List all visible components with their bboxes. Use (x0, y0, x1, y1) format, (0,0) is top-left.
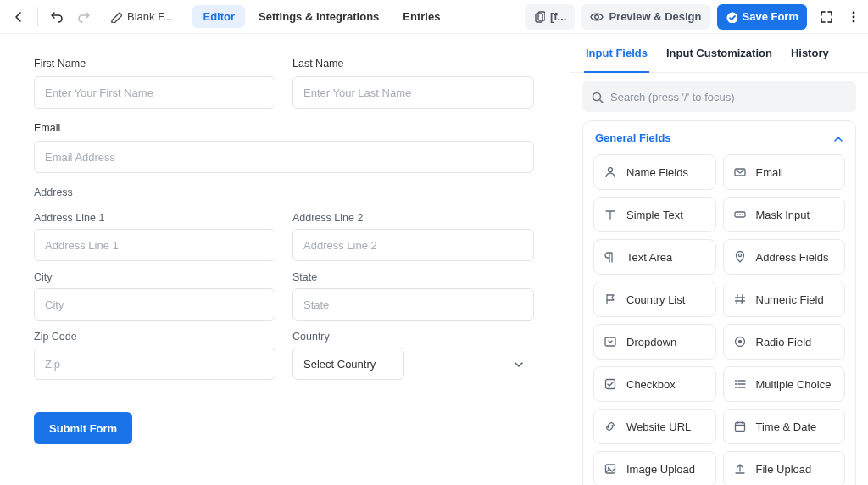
save-button[interactable]: Save Form (717, 4, 807, 30)
field-search-input[interactable] (610, 91, 848, 103)
expand-icon (820, 10, 833, 24)
field-tile-label: Mask Input (756, 209, 810, 221)
mask-icon (732, 208, 748, 221)
field-tile-image-upload[interactable]: Image Upload (593, 451, 716, 485)
form-canvas[interactable]: First Name Last Name Email Address Addre… (0, 34, 570, 485)
field-tile-label: Numeric Field (756, 293, 824, 306)
radio-icon (732, 335, 748, 348)
country-select[interactable]: Select Country (292, 348, 404, 380)
upload-icon (732, 462, 748, 476)
list-icon (732, 377, 748, 391)
field-tile-label: Dropdown (626, 336, 676, 348)
state-label: State (292, 271, 534, 283)
link-icon (603, 420, 618, 433)
redo-button[interactable] (72, 5, 96, 29)
zip-label: Zip Code (34, 331, 275, 343)
city-label: City (34, 271, 275, 283)
field-tile-simple-text[interactable]: Simple Text (593, 197, 716, 232)
field-search[interactable] (582, 81, 856, 112)
text-icon (603, 208, 618, 221)
mail-icon (732, 165, 748, 179)
field-tile-label: Multiple Choice (756, 378, 832, 391)
form-name-text: Blank F... (127, 10, 172, 23)
more-menu-button[interactable] (846, 4, 861, 30)
first-name-input[interactable] (34, 76, 275, 109)
field-tile-label: Checkbox (626, 378, 676, 391)
address-line2-label: Address Line 2 (292, 212, 534, 224)
field-tile-website-url[interactable]: Website URL (593, 409, 716, 444)
nav-settings[interactable]: Settings & Integrations (248, 5, 389, 28)
field-tile-address-fields[interactable]: Address Fields (723, 239, 846, 275)
preview-label: Preview & Design (609, 10, 701, 23)
divider (103, 7, 103, 27)
field-tile-label: Name Fields (626, 166, 688, 179)
field-tile-name-fields[interactable]: Name Fields (593, 154, 716, 190)
zip-input[interactable] (34, 348, 275, 380)
group-general-header[interactable]: General Fields (583, 121, 855, 154)
field-tile-label: Email (756, 166, 784, 179)
address-line2-input[interactable] (292, 229, 534, 261)
field-tile-label: Time & Date (756, 421, 817, 433)
pin-icon (732, 250, 748, 264)
chevron-down-icon (512, 358, 524, 370)
field-tile-time-date[interactable]: Time & Date (723, 409, 846, 444)
copy-shortcode-label: [f... (550, 10, 567, 23)
user-icon (603, 165, 618, 179)
field-tile-label: Address Fields (756, 251, 829, 264)
field-tile-text-area[interactable]: Text Area (593, 239, 716, 275)
last-name-label: Last Name (292, 58, 534, 70)
last-name-input[interactable] (292, 76, 534, 109)
preview-button[interactable]: Preview & Design (581, 4, 709, 30)
eye-icon (590, 10, 604, 24)
search-icon (591, 91, 604, 103)
chevron-up-icon (832, 132, 843, 144)
field-tile-label: File Upload (756, 463, 812, 476)
group-general-title: General Fields (595, 131, 671, 144)
panel-tab-input-fields[interactable]: Input Fields (584, 34, 649, 72)
field-tile-label: Simple Text (626, 209, 683, 221)
field-tile-dropdown[interactable]: Dropdown (593, 324, 716, 360)
country-label: Country (292, 331, 534, 343)
field-tile-numeric-field[interactable]: Numeric Field (723, 282, 846, 317)
field-tile-label: Website URL (626, 421, 691, 433)
email-input[interactable] (34, 141, 534, 173)
dots-vertical-icon (847, 10, 860, 24)
field-tile-file-upload[interactable]: File Upload (723, 451, 846, 485)
check-circle-icon (726, 11, 737, 23)
nav-entries[interactable]: Entries (392, 5, 450, 28)
state-input[interactable] (292, 288, 534, 321)
field-tile-mask-input[interactable]: Mask Input (723, 197, 846, 232)
undo-button[interactable] (45, 5, 69, 29)
address-line1-input[interactable] (34, 229, 275, 261)
fullscreen-button[interactable] (814, 4, 839, 30)
form-name-edit[interactable]: Blank F... (110, 10, 172, 23)
field-tile-label: Image Upload (626, 463, 695, 476)
panel-tab-history[interactable]: History (789, 34, 831, 72)
submit-button[interactable]: Submit Form (34, 412, 132, 444)
address-label: Address (34, 187, 534, 198)
panel-tab-customization[interactable]: Input Customization (665, 34, 774, 72)
field-tile-radio-field[interactable]: Radio Field (723, 324, 846, 360)
calendar-icon (732, 420, 748, 433)
field-tile-label: Country List (626, 293, 685, 306)
city-input[interactable] (34, 288, 275, 321)
field-tile-checkbox[interactable]: Checkbox (593, 366, 716, 402)
field-tile-multiple-choice[interactable]: Multiple Choice (723, 366, 846, 402)
email-label: Email (34, 122, 534, 134)
dropdown-icon (603, 335, 618, 348)
flag-icon (603, 293, 618, 306)
divider (37, 7, 38, 27)
pencil-icon (110, 11, 122, 23)
field-tile-label: Text Area (626, 251, 672, 264)
para-icon (603, 250, 618, 264)
hash-icon (732, 293, 748, 306)
field-tile-email[interactable]: Email (723, 154, 846, 190)
field-tile-country-list[interactable]: Country List (593, 282, 716, 317)
back-button[interactable] (7, 5, 31, 29)
image-icon (603, 462, 618, 476)
first-name-label: First Name (34, 58, 275, 70)
nav-editor[interactable]: Editor (192, 5, 245, 28)
copy-shortcode-button[interactable]: [f... (525, 4, 576, 30)
save-label: Save Form (743, 10, 798, 23)
address-line1-label: Address Line 1 (34, 212, 275, 224)
